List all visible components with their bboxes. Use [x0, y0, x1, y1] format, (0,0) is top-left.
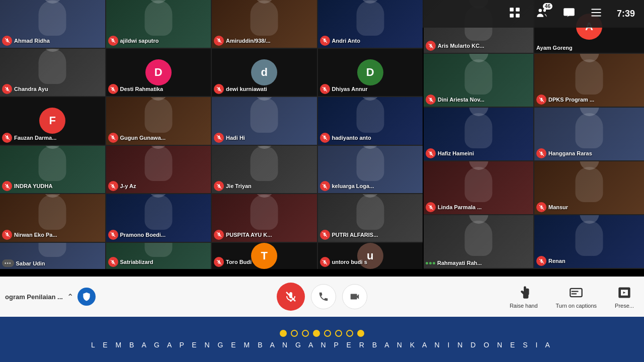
end-call-button[interactable]	[311, 284, 336, 309]
video-cell: Jie Triyan	[212, 146, 317, 194]
video-cell: F Fauzan Darma...	[0, 97, 105, 145]
video-cell: INDRA YUDHA	[0, 146, 105, 194]
video-cell: Gugun Gunawa...	[106, 97, 211, 145]
carousel-dot[interactable]	[346, 330, 353, 337]
video-cell: u untoro budi s	[318, 243, 423, 269]
right-video-cell: Hafiz Hameini	[424, 108, 533, 160]
right-video-cell: Renan	[534, 215, 644, 268]
svg-rect-0	[510, 8, 514, 12]
video-cell: keluarga Loga...	[318, 146, 423, 194]
present-label: Prese...	[615, 303, 634, 309]
bottom-toolbar: ogram Penilaian ... ⌃	[0, 277, 644, 317]
meeting-title-expand[interactable]: ⌃	[67, 292, 73, 302]
carousel-dot[interactable]	[324, 330, 331, 337]
video-cell: Ahmad Ridha	[0, 0, 105, 48]
top-bar: 46 7:39	[423, 0, 644, 28]
right-video-cell: DPKS Program ...	[534, 54, 644, 107]
svg-rect-3	[516, 14, 520, 18]
video-cell: J-y Az	[106, 146, 211, 194]
video-cell: PUTRI ALFARIS...	[318, 194, 423, 242]
video-cell: D Desti Rahmatika	[106, 49, 211, 97]
video-cell: Pramono Boedi...	[106, 194, 211, 242]
svg-rect-2	[510, 14, 514, 18]
right-video-cell: Mansur	[534, 161, 644, 214]
video-cell: D Dhiyas Annur	[318, 49, 423, 97]
captions-label: Turn on captions	[556, 303, 597, 309]
participants-count: 46	[543, 3, 552, 10]
carousel-dot[interactable]	[291, 330, 298, 337]
right-video-cell: Linda Parmala ...	[424, 161, 533, 214]
carousel-dot[interactable]	[357, 330, 364, 337]
dots-indicator	[280, 330, 364, 337]
video-grid: Ahmad Ridha ajildwi saputro Amiruddin/93…	[0, 0, 423, 269]
video-cell: Nirwan Eko Pa...	[0, 194, 105, 242]
video-cell: Chandra Ayu	[0, 49, 105, 97]
carousel-dot[interactable]	[335, 330, 342, 337]
lpi-text: L E M B A G A P E N G E M B A N G A N P …	[91, 341, 553, 349]
right-video-cell: Hanggana Raras	[534, 108, 644, 160]
meeting-title: ogram Penilaian ...	[5, 293, 63, 301]
toolbar-right: Raise hand Turn on captions Prese...	[510, 277, 644, 317]
right-video-grid: Aris Mularto KC...AAyam Goreng Dini Arie…	[424, 0, 644, 269]
video-cell: PUSPITA AYU K...	[212, 194, 317, 242]
raise-hand-button[interactable]: Raise hand	[510, 285, 538, 309]
captions-button[interactable]: Turn on captions	[556, 285, 597, 309]
video-cell: d dewi kurniawati	[212, 49, 317, 97]
mute-button[interactable]	[277, 283, 305, 311]
participants-icon[interactable]: 46	[535, 6, 548, 22]
video-cell: Hadi Hi	[212, 97, 317, 145]
raise-hand-label: Raise hand	[510, 303, 538, 309]
svg-point-4	[538, 9, 542, 12]
carousel-dot[interactable]	[302, 330, 309, 337]
toolbar-left: ogram Penilaian ... ⌃	[0, 277, 96, 317]
security-button[interactable]	[77, 288, 96, 306]
video-cell: Amiruddin/938/...	[212, 0, 317, 48]
chat-icon[interactable]	[562, 6, 576, 22]
svg-rect-6	[564, 8, 575, 16]
video-cell: Andri Anto	[318, 0, 423, 48]
svg-rect-39	[571, 289, 582, 297]
right-video-cell: Dini Ariesta Nov...	[424, 54, 533, 107]
video-cell: hadiyanto anto	[318, 97, 423, 145]
video-cell: •••Sabar Udin	[0, 243, 105, 269]
carousel-dot[interactable]	[280, 330, 287, 337]
meeting-time: 7:39	[617, 9, 635, 19]
svg-rect-1	[516, 8, 520, 12]
grid-view-icon[interactable]	[508, 6, 521, 22]
right-video-cell: Rahmayati Rah...	[424, 215, 533, 268]
toolbar-center	[277, 283, 367, 311]
more-icon[interactable]	[590, 6, 603, 22]
present-button[interactable]: Prese...	[615, 285, 634, 309]
video-cell: T Toro Budi	[212, 243, 317, 269]
video-button[interactable]	[342, 284, 367, 309]
video-cell: Satriablizard	[106, 243, 211, 269]
bottom-bar: L E M B A G A P E N G E M B A N G A N P …	[0, 317, 644, 362]
video-cell: ajildwi saputro	[106, 0, 211, 48]
carousel-dot[interactable]	[313, 330, 320, 337]
